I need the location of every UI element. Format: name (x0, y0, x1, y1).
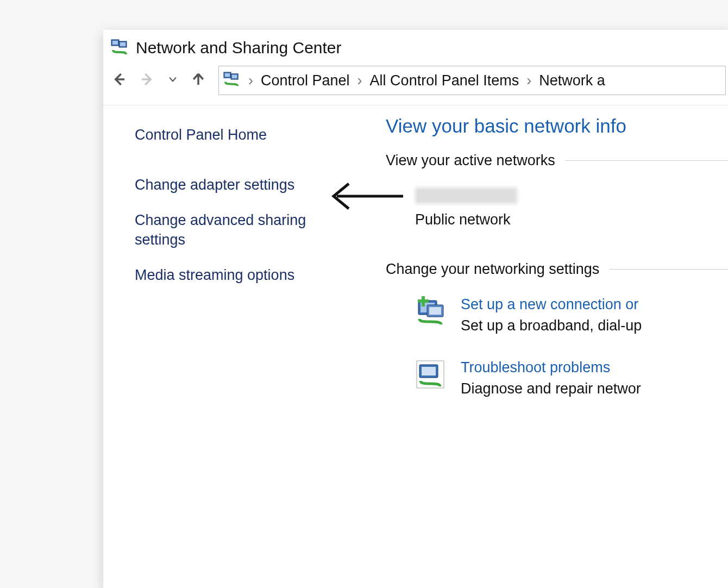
svg-rect-1 (112, 41, 118, 45)
content-area: Control Panel Home Change adapter settin… (103, 105, 728, 422)
network-sharing-center-window: Network and Sharing Center (103, 30, 728, 588)
svg-rect-13 (429, 307, 441, 315)
main-heading: View your basic network info (386, 115, 728, 137)
network-type: Public network (415, 211, 728, 228)
svg-rect-15 (418, 299, 429, 303)
sidebar-item-home[interactable]: Control Panel Home (135, 125, 348, 145)
change-settings-label: Change your networking settings (386, 261, 599, 278)
address-bar-icon (223, 72, 241, 89)
breadcrumb-item[interactable]: All Control Panel Items (370, 72, 519, 89)
divider (565, 160, 728, 161)
sidebar-item-media-streaming[interactable]: Media streaming options (135, 265, 348, 285)
divider (609, 269, 728, 270)
setting-item-new-connection: Set up a new connection or Set up a broa… (415, 296, 728, 334)
svg-rect-9 (232, 75, 237, 79)
setting-desc: Set up a broadband, dial-up (461, 317, 642, 334)
sidebar-item-adapter-settings[interactable]: Change adapter settings (135, 175, 348, 195)
settings-list: Set up a new connection or Set up a broa… (386, 296, 728, 397)
history-dropdown[interactable] (167, 74, 178, 87)
setting-link-troubleshoot[interactable]: Troubleshoot problems (461, 359, 641, 376)
active-network: Public network (386, 187, 728, 228)
sidebar: Control Panel Home Change adapter settin… (103, 115, 369, 422)
main-panel: View your basic network info View your a… (369, 115, 728, 422)
change-settings-section: Change your networking settings (386, 261, 728, 278)
chevron-right-icon: › (525, 72, 532, 89)
forward-button[interactable] (139, 71, 155, 90)
titlebar: Network and Sharing Center (103, 30, 728, 62)
breadcrumb-item[interactable]: Control Panel (261, 72, 350, 89)
svg-rect-3 (120, 42, 125, 46)
chevron-right-icon: › (356, 72, 363, 89)
back-button[interactable] (111, 71, 127, 90)
up-button[interactable] (190, 71, 206, 90)
address-bar[interactable]: › Control Panel › All Control Panel Item… (218, 66, 726, 95)
troubleshoot-icon (415, 359, 445, 390)
setting-link-new-connection[interactable]: Set up a new connection or (461, 296, 642, 313)
breadcrumb-item[interactable]: Network a (539, 72, 605, 89)
setting-desc: Diagnose and repair networ (461, 380, 641, 397)
toolbar: › Control Panel › All Control Panel Item… (103, 62, 728, 105)
network-center-icon (111, 39, 128, 57)
active-networks-section: View your active networks (386, 152, 728, 169)
svg-rect-7 (225, 73, 230, 77)
active-networks-label: View your active networks (386, 152, 555, 169)
svg-rect-18 (422, 367, 436, 376)
network-name-redacted (415, 187, 517, 204)
new-connection-icon (415, 296, 445, 327)
chevron-right-icon: › (247, 72, 254, 89)
setting-item-troubleshoot: Troubleshoot problems Diagnose and repai… (415, 359, 728, 397)
window-title: Network and Sharing Center (136, 39, 342, 57)
sidebar-item-advanced-sharing[interactable]: Change advanced sharing settings (135, 210, 348, 250)
